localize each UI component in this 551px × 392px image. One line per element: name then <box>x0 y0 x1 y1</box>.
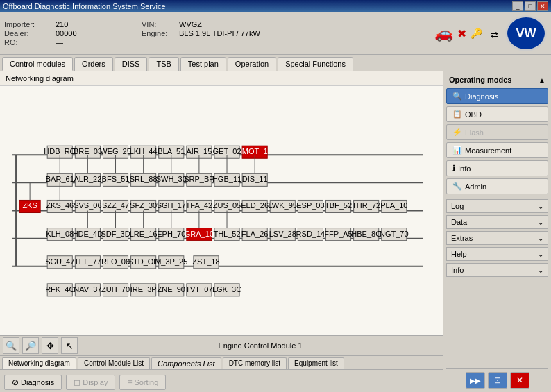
svg-text:SDF_3D: SDF_3D <box>101 230 130 238</box>
diagram-body: HDB_RO BRE_03 WEG_25 LKH_44 BLA_51 AIR_1… <box>0 86 443 335</box>
svg-text:BLA_51: BLA_51 <box>158 147 185 155</box>
tab-equipment-list[interactable]: Equipment list <box>288 357 344 369</box>
screen-nav-button[interactable]: ⊡ <box>488 372 507 389</box>
collapse-icon[interactable]: ▲ <box>539 76 545 84</box>
sidebar-info-button[interactable]: ℹ Info <box>446 160 548 176</box>
log-arrow-icon: ⌄ <box>538 203 543 210</box>
importer-value: 210 <box>56 20 139 28</box>
sorting-icon: ≡ <box>127 377 132 387</box>
display-button[interactable]: ◻ Display <box>66 375 115 390</box>
svg-text:MOT_1: MOT_1 <box>242 147 268 155</box>
maximize-button[interactable]: □ <box>525 1 536 11</box>
tab-special-functions[interactable]: Special Functions <box>278 57 353 71</box>
zoom-out-tool[interactable]: 🔎 <box>22 337 39 354</box>
ro-value: — <box>56 38 139 46</box>
tab-control-modules[interactable]: Control modules <box>2 57 73 71</box>
diagnosis-sidebar-label: Diagnosis <box>465 92 498 101</box>
sidebar-help-section[interactable]: Help ⌄ <box>446 247 548 261</box>
sidebar-data-section[interactable]: Data ⌄ <box>446 215 548 229</box>
importer-label: Importer: <box>4 20 53 28</box>
extras-label: Extras <box>451 234 473 242</box>
svg-text:LRE_16: LRE_16 <box>130 230 158 238</box>
svg-text:WEG_25: WEG_25 <box>100 147 131 155</box>
data-label: Data <box>451 218 467 226</box>
svg-text:RFK_4C: RFK_4C <box>45 285 74 293</box>
measurement-label: Measurement <box>465 146 511 155</box>
svg-text:TFA_42: TFA_42 <box>186 201 213 210</box>
svg-text:DIS_11: DIS_11 <box>242 175 268 183</box>
display-label: Display <box>83 378 108 386</box>
info-label: Info <box>458 164 471 173</box>
diagnosis-label: Diagnosis <box>21 378 54 386</box>
minimize-button[interactable]: _ <box>512 1 523 11</box>
tab-orders[interactable]: Orders <box>74 57 113 71</box>
sorting-button[interactable]: ≡ Sorting <box>119 375 166 390</box>
diagnosis-button[interactable]: ⊘ Diagnosis <box>4 375 62 390</box>
sidebar-extras-section[interactable]: Extras ⌄ <box>446 231 548 245</box>
tab-diss[interactable]: DISS <box>115 57 148 71</box>
svg-text:FFP_A5: FFP_A5 <box>324 230 352 238</box>
flash-icon: ⚡ <box>452 128 462 137</box>
sidebar-flash-button[interactable]: ⚡ Flash <box>446 124 548 140</box>
svg-text:M_3P_25: M_3P_25 <box>155 257 187 266</box>
sidebar-log-section[interactable]: Log ⌄ <box>446 199 548 213</box>
diagram-toolbar: 🔍 🔎 ✥ ↖ Engine Control Module 1 <box>0 335 443 355</box>
data-arrow-icon: ⌄ <box>538 219 543 226</box>
close-button[interactable]: ✕ <box>537 1 548 11</box>
status-message: Engine Control Module 1 <box>80 341 440 350</box>
sidebar-diagnosis-button[interactable]: 🔍 Diagnosis <box>446 88 548 104</box>
header-area: Importer: 210 VIN: WVGZ Dealer: 00000 En… <box>0 12 551 55</box>
help-arrow-icon: ⌄ <box>538 250 543 258</box>
svg-text:SZZ_47: SZZ_47 <box>102 201 129 210</box>
pointer-tool[interactable]: ↖ <box>61 337 78 354</box>
sidebar-header: Operating modes ▲ <box>446 74 548 85</box>
svg-text:THL_52: THL_52 <box>213 230 240 238</box>
operating-modes-label: Operating modes <box>449 76 511 84</box>
close-nav-button[interactable]: ✕ <box>510 372 529 389</box>
diagram-title: Networking diagram <box>6 74 74 83</box>
tab-components-list[interactable]: Components List <box>151 357 221 369</box>
key-icon: 🔑 <box>471 28 482 39</box>
car-icon: 🚗 <box>434 24 453 42</box>
extras-arrow-icon: ⌄ <box>538 235 543 242</box>
sorting-label: Sorting <box>134 378 158 386</box>
admin-icon: 🔧 <box>452 182 462 191</box>
engine-value: BLS 1.9L TDI-PI / 77kW <box>179 29 427 37</box>
zoom-in-tool[interactable]: 🔍 <box>3 337 19 354</box>
pan-tool[interactable]: ✥ <box>42 337 58 354</box>
svg-text:SVS_06: SVS_06 <box>74 201 101 210</box>
sidebar-info2-section[interactable]: Info ⌄ <box>446 263 548 277</box>
sidebar-admin-button[interactable]: 🔧 Admin <box>446 178 548 194</box>
svg-text:SRL_88: SRL_88 <box>130 175 158 183</box>
tab-test-plan[interactable]: Test plan <box>180 57 226 71</box>
svg-text:NGT_70: NGT_70 <box>380 230 409 238</box>
svg-text:SWH_30: SWH_30 <box>156 175 187 183</box>
svg-text:AIR_15: AIR_15 <box>187 147 212 155</box>
svg-text:STD_OP: STD_OP <box>128 257 159 266</box>
main-layout: Networking diagram HDB_RO <box>0 71 551 392</box>
svg-text:TEL_77: TEL_77 <box>74 257 101 266</box>
window-controls: _ □ ✕ <box>512 1 548 11</box>
sidebar-measurement-button[interactable]: 📊 Measurement <box>446 142 548 158</box>
app-title: Offboard Diagnostic Information System S… <box>3 2 166 10</box>
svg-text:FLA_26: FLA_26 <box>241 230 269 238</box>
forward-nav-button[interactable]: ▶▶ <box>466 372 485 389</box>
svg-text:ZUH_70: ZUH_70 <box>101 285 130 293</box>
ro-label: RO: <box>4 38 53 46</box>
tab-dtc-memory-list[interactable]: DTC memory list <box>223 357 287 369</box>
svg-text:ZST_18: ZST_18 <box>192 257 219 266</box>
tab-tsb[interactable]: TSB <box>149 57 178 71</box>
header-info: Importer: 210 VIN: WVGZ Dealer: 00000 En… <box>4 20 427 46</box>
svg-text:SRP_BP: SRP_BP <box>184 175 214 183</box>
svg-text:HGB_11: HGB_11 <box>212 175 241 183</box>
network-diagram-svg: HDB_RO BRE_03 WEG_25 LKH_44 BLA_51 AIR_1… <box>6 92 437 330</box>
tab-networking-diagram[interactable]: Networking diagram <box>2 357 76 369</box>
sidebar-obd-button[interactable]: 📋 OBD <box>446 106 548 122</box>
display-icon: ◻ <box>74 377 80 387</box>
tab-operation[interactable]: Operation <box>228 57 276 71</box>
action-bar: ⊘ Diagnosis ◻ Display ≡ Sorting <box>0 369 443 392</box>
bottom-tabs: Networking diagram Control Module List C… <box>0 355 443 369</box>
vw-logo: VW <box>505 15 547 51</box>
tab-control-module-list[interactable]: Control Module List <box>78 357 150 369</box>
svg-text:ELD_26: ELD_26 <box>241 201 269 210</box>
